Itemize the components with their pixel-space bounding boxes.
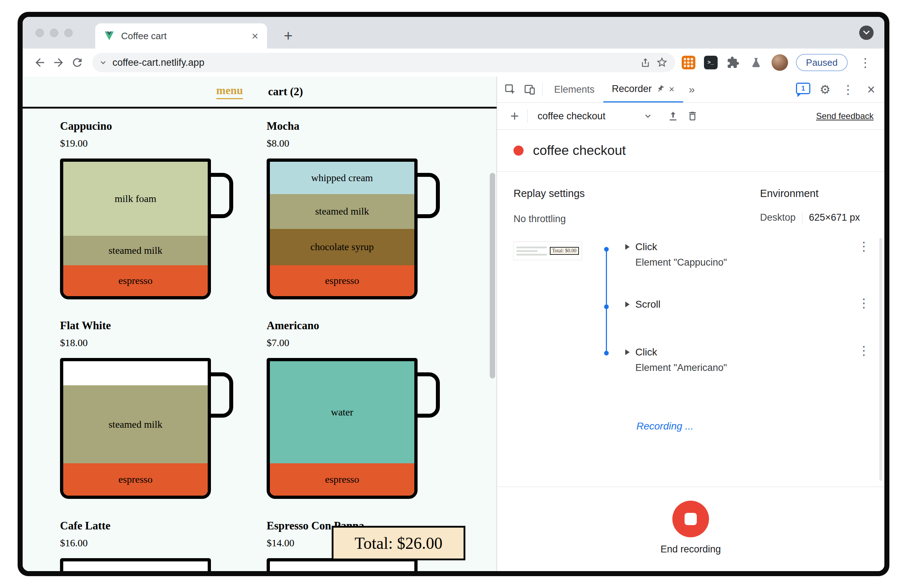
menu-item-cappucino: Cappucino $19.00 milk foamsteamed milkes…	[60, 120, 261, 300]
device-toolbar-icon[interactable]	[520, 80, 539, 99]
screenshot-root: Coffee cart × +	[0, 0, 907, 588]
traffic-lights	[35, 29, 72, 37]
flask-extension-icon[interactable]	[748, 55, 764, 70]
minimize-window-button[interactable]	[50, 29, 58, 37]
replay-settings-section: Replay settings No throttling Environmen…	[497, 172, 885, 237]
close-recorder-tab-icon[interactable]: ×	[669, 85, 675, 94]
console-messages-icon[interactable]: 1	[796, 83, 810, 94]
menu-item-americano: Americano $7.00 waterespresso	[267, 319, 468, 499]
page-divider	[22, 107, 497, 109]
profile-avatar[interactable]	[772, 54, 788, 71]
step-click-cappucino[interactable]: Click Element "Cappucino"	[625, 241, 727, 268]
cup-layer: steamed milk	[63, 385, 208, 463]
calculator-extension-icon[interactable]	[681, 55, 696, 70]
tab-elements[interactable]: Elements	[545, 77, 603, 103]
vue-favicon	[104, 31, 115, 41]
close-window-button[interactable]	[35, 29, 44, 37]
extensions-row: >_ Paused ⋮	[681, 54, 877, 71]
recording-red-dot-icon	[513, 146, 524, 155]
step-action-label: Scroll	[635, 298, 660, 311]
step-target-label: Element "Cappucino"	[635, 256, 727, 268]
terminal-extension-icon[interactable]: >_	[704, 56, 718, 69]
zoom-window-button[interactable]	[64, 29, 72, 37]
step-action-label: Click	[635, 346, 657, 358]
delete-recording-icon[interactable]	[683, 106, 702, 126]
content-area: menu cart (2) Cappucino $19.00 milk foam…	[22, 77, 885, 571]
inspect-element-icon[interactable]	[501, 80, 520, 99]
recorder-toolbar: coffee checkout Send feedback	[497, 103, 885, 130]
expand-step-icon[interactable]	[625, 301, 630, 307]
cup-cappucino[interactable]: milk foamsteamed milkespresso	[60, 159, 211, 300]
paused-button[interactable]: Paused	[796, 54, 848, 71]
messages-count-badge: 1	[801, 85, 805, 92]
coffee-cart-page: menu cart (2) Cappucino $19.00 milk foam…	[22, 77, 497, 571]
cup-layer: whipped cream	[270, 162, 414, 194]
reload-icon	[71, 56, 84, 69]
cup-americano[interactable]: waterespresso	[267, 358, 418, 499]
recording-status: Recording ...	[636, 420, 694, 432]
browser-chrome: Coffee cart × +	[22, 17, 885, 571]
cart-total-button[interactable]: Total: $26.00	[332, 526, 465, 560]
devtools-settings-gear-icon[interactable]: ⚙	[816, 80, 835, 99]
export-recording-icon[interactable]	[663, 106, 683, 126]
browser-toolbar: coffee-cart.netlify.app >_	[22, 48, 885, 77]
step-scroll[interactable]: Scroll	[625, 298, 660, 311]
nav-link-cart[interactable]: cart (2)	[268, 85, 303, 98]
step-menu-icon[interactable]: ⋮	[858, 297, 870, 309]
devtools-close-icon[interactable]: ×	[861, 80, 881, 99]
environment-values: Desktop 625×671 px	[760, 212, 860, 223]
tab-recorder[interactable]: Recorder ×	[603, 77, 683, 103]
menu-item-flat-white: Flat White $18.00 steamed milkespresso	[60, 319, 261, 499]
tab-search-button[interactable]	[859, 26, 873, 40]
browser-menu-icon[interactable]: ⋮	[856, 56, 875, 69]
add-recording-icon[interactable]	[505, 106, 524, 126]
menu-item-mocha: Mocha $8.00 whipped creamsteamed milkcho…	[267, 120, 468, 300]
step-menu-icon[interactable]: ⋮	[858, 344, 870, 357]
cup-cafe-latte[interactable]	[60, 558, 211, 571]
devtools-menu-icon[interactable]: ⋮	[835, 80, 861, 99]
cup-layer: chocolate syrup	[270, 229, 414, 265]
recorder-steps-list: Total: $0.00 Click Element "Cappucino" ⋮	[497, 237, 885, 487]
bookmark-star-icon[interactable]	[654, 54, 670, 71]
extensions-puzzle-icon[interactable]	[726, 55, 740, 70]
recording-select[interactable]: coffee checkout	[538, 111, 652, 122]
step-target-label: Element "Americano"	[635, 362, 727, 373]
cup-flat-white[interactable]: steamed milkespresso	[60, 358, 211, 499]
item-name: Mocha	[267, 120, 468, 133]
end-recording-button[interactable]	[672, 501, 709, 537]
back-button[interactable]	[30, 53, 49, 72]
cup-layer: espresso	[63, 265, 208, 296]
cup-layer: water	[270, 361, 414, 463]
item-price: $7.00	[267, 337, 468, 349]
item-price: $8.00	[267, 138, 468, 149]
item-name: Cappucino	[60, 120, 261, 133]
send-feedback-link[interactable]: Send feedback	[816, 111, 873, 121]
tab-strip: Coffee cart × +	[22, 17, 885, 48]
reload-button[interactable]	[68, 53, 87, 72]
end-recording-label: End recording	[660, 544, 721, 555]
nav-link-menu[interactable]: menu	[216, 84, 243, 99]
share-icon[interactable]	[637, 54, 654, 71]
item-price: $19.00	[60, 138, 261, 149]
address-bar[interactable]: coffee-cart.netlify.app	[92, 53, 675, 72]
thumbnail-total-text: Total: $0.00	[550, 247, 579, 255]
menu-item-cafe-latte: Cafe Latte $16.00	[60, 519, 261, 571]
devtools-tabbar: Elements Recorder × » 1 ⚙ ⋮	[497, 77, 885, 103]
tab-title: Coffee cart	[121, 30, 252, 42]
cup-mocha[interactable]: whipped creamsteamed milkchocolate syrup…	[267, 159, 418, 300]
page-scrollbar[interactable]	[490, 173, 495, 378]
cup-layer: espresso	[270, 265, 414, 296]
site-info-chevron-icon[interactable]	[99, 58, 107, 67]
replay-settings-title: Replay settings	[513, 187, 585, 199]
tab-close-icon[interactable]: ×	[252, 30, 258, 42]
expand-step-icon[interactable]	[625, 349, 630, 355]
expand-step-icon[interactable]	[625, 244, 630, 250]
forward-button[interactable]	[49, 53, 68, 72]
more-tabs-icon[interactable]: »	[689, 83, 695, 96]
thumbnail-content	[516, 247, 547, 256]
steps-scrollbar[interactable]	[879, 238, 882, 481]
step-menu-icon[interactable]: ⋮	[858, 240, 870, 252]
tab-coffee-cart[interactable]: Coffee cart ×	[95, 23, 267, 48]
step-click-americano[interactable]: Click Element "Americano"	[625, 346, 727, 373]
new-tab-button[interactable]: +	[279, 27, 297, 45]
